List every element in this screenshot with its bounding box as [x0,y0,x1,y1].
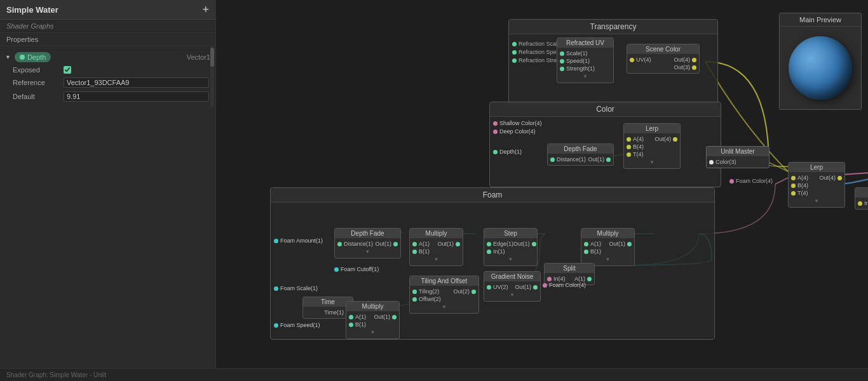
step-expand: ▼ [487,255,534,264]
color-group-body: Shallow Color(4) Deep Color(4) Depth(1) … [490,117,721,180]
unlit-master-body: Color(3) [707,156,769,168]
to-offset-row: Offset(2) [412,295,476,303]
split-right-body: In(4) A(1) [855,197,868,209]
color-group-title: Color [490,102,721,117]
step-edge-port: Edge(1) [487,241,513,247]
refracted-uv-title: Refracted UV [557,38,613,48]
exposed-checkbox[interactable] [64,66,71,74]
foam-group-title: Foam [271,188,714,203]
default-row: Default [0,90,215,104]
lerp2-title: Lerp [789,163,844,172]
transparency-group-title: Transparency [509,20,717,34]
shallow-color-port: Shallow Color(4) [493,120,542,126]
mul1-b-row: B(1) [412,248,460,255]
exposed-label: Exposed [13,66,64,74]
dff-expand: ▼ [337,248,398,256]
uv-in-port: UV(4) [630,57,651,63]
properties-label: Properties [0,33,215,46]
step-foam-title: Step [484,229,537,238]
depth-fade-foam-body: Distance(1) Out(1) ▼ [335,238,400,258]
dff-distance-port: Distance(1) [337,241,373,247]
dff-distance-row: Distance(1) Out(1) [337,240,398,248]
foam-cutoff-port: Foam Cutoff(1) [334,266,379,272]
mul3-a-port: A(1) [349,314,366,320]
lerp2-expand: ▼ [791,197,842,205]
multiply2-foam-node: Multiply A(1) Out(1) B(1) ▼ [581,228,635,266]
to-tiling-port: Tiling(2) [412,288,439,295]
lerp2-out-port: Out(4) [819,175,842,181]
step-in-port: In(1) [487,248,505,255]
color-inputs: Shallow Color(4) Deep Color(4) [493,120,542,135]
multiply2-foam-title: Multiply [581,229,634,238]
out4-port: Out(4) [674,57,696,63]
tiling-offset-node: Tiling And Offset Tiling(2) Out(2) Offse… [409,276,479,314]
deep-color-label: Deep Color(4) [499,128,536,135]
transparency-group-body: Refraction Scale(1) Refraction Speed(1) … [509,34,717,98]
gradient-noise-node: Gradient Noise UV(2) Out(1) ▼ [484,271,541,302]
refracted-uv-expand: ▼ [560,72,611,81]
main-canvas[interactable]: Transparency Refraction Scale(1) Refract… [216,0,868,368]
multiply3-foam-body: A(1) Out(1) B(1) ▼ [346,311,399,338]
gradient-noise-body: UV(2) Out(1) ▼ [484,281,540,301]
lerp1-color-body: A(4) Out(4) B(4) T(4) ▼ [624,133,680,168]
transparency-group: Transparency Refraction Scale(1) Refract… [508,19,718,108]
panel-title: Simple Water [6,5,58,15]
step-foam-body: Edge(1) Out(1) In(1) ▼ [484,238,537,265]
expand-icon[interactable]: ▼ [5,54,11,60]
reference-input[interactable] [64,77,209,88]
scrollbar[interactable] [210,46,214,107]
df-distance-port: Distance(1) [550,156,586,163]
lerp1-b-port: B(4) [627,144,644,150]
split-foam-a-port: A(1) [574,276,592,282]
refracted-uv-strength-row: Strength(1) [560,65,611,72]
preview-sphere [789,36,852,100]
lerp1-b-row: B(4) [627,143,677,150]
unlit-color-row: Color(3) [709,158,766,166]
mul3-expand: ▼ [349,328,397,337]
lerp2-t-row: T(4) [791,189,842,197]
split-right-in-port: In(4) [858,200,868,206]
foam-amount-in-port: Foam Amount(1) [274,237,323,244]
split-right-title: Split [855,188,868,197]
mul2-a-row: A(1) Out(1) [584,240,632,248]
mul3-out-port: Out(1) [374,314,397,320]
reference-label: Reference [13,79,64,86]
title-bar: Simple Water + [0,0,215,20]
foam-color-in-port: Foam Color(4) [543,282,586,288]
foam-cutoff-in-port: Foam Cutoff(1) [334,266,379,272]
df-distance-row: Distance(1) Out(1) [550,156,611,163]
property-item: ▼ Depth Vector1 [0,50,215,64]
multiply2-foam-body: A(1) Out(1) B(1) ▼ [581,238,634,265]
scene-color-uv-row: UV(4) Out(4) [630,56,696,64]
property-badge[interactable]: Depth [15,52,51,62]
unlit-master-node: Unlit Master Color(3) [706,146,770,168]
status-text: Shader Graph: Simple Water - Unlit [6,371,106,378]
out3-port: Out(3) [674,64,696,70]
multiply3-foam-node: Multiply A(1) Out(1) B(1) ▼ [346,301,400,339]
unlit-master-title: Unlit Master [707,147,769,156]
multiply1-foam-title: Multiply [410,229,463,238]
multiply3-foam-title: Multiply [346,302,399,311]
scene-color-out3-row: Out(3) [630,64,696,71]
add-button[interactable]: + [202,4,209,15]
foam-color-lerp-port: Foam Color(4) [729,178,773,184]
foam-speed-port: Foam Speed(1) [274,322,320,328]
lerp2-t-port: T(4) [791,190,808,196]
exposed-row: Exposed [0,64,215,76]
gradient-noise-title: Gradient Noise [484,272,540,281]
unlit-color-port: Color(3) [709,159,736,165]
mul2-out-port: Out(1) [609,241,632,247]
scroll-container: ▼ Depth Vector1 Exposed Reference Defaul… [0,46,215,107]
depth-fade-color-node: Depth Fade Distance(1) Out(1) [547,144,614,166]
scrollbar-thumb[interactable] [210,48,214,67]
scene-color-node: Scene Color UV(4) Out(4) Out(3) [627,44,700,74]
mul2-b-row: B(1) [584,248,632,255]
depth-in-port: Depth(1) [493,149,522,155]
foam-group: Foam Foam Amount(1) Depth Fade Distance(… [270,187,715,340]
multiply1-foam-body: A(1) Out(1) B(1) ▼ [410,238,463,265]
scene-color-body: UV(4) Out(4) Out(3) [627,54,699,73]
depth-fade-color-title: Depth Fade [548,144,613,154]
shallow-color-label: Shallow Color(4) [499,120,542,126]
default-input[interactable] [64,91,209,102]
depth-fade-color-body: Distance(1) Out(1) [548,154,613,165]
